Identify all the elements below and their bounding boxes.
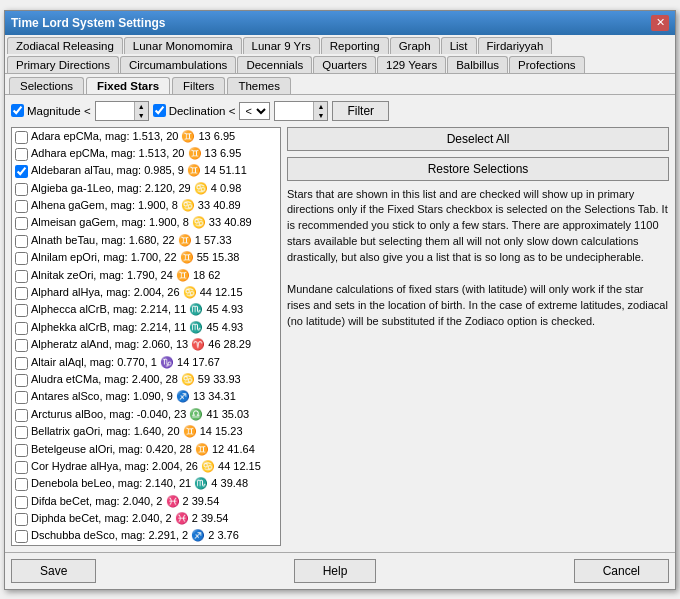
tab-balbillus[interactable]: Balbillus [447, 56, 508, 73]
declination-up-button[interactable]: ▲ [313, 102, 327, 111]
help-button[interactable]: Help [294, 559, 377, 583]
tab-circumambulations[interactable]: Circumambulations [120, 56, 236, 73]
star-label: Cor Hydrae alHya, mag: 2.004, 26 ♋ 44 12… [31, 459, 261, 474]
star-label: Alphard alHya, mag: 2.004, 26 ♋ 44 12.15 [31, 285, 243, 300]
info-text: Stars that are shown in this list and ar… [287, 187, 669, 546]
save-button[interactable]: Save [11, 559, 96, 583]
right-panel: Deselect All Restore Selections Stars th… [287, 127, 669, 546]
star-label: Almeisan gaGem, mag: 1.900, 8 ♋ 33 40.89 [31, 215, 252, 230]
magnitude-input[interactable]: 2.5 [96, 104, 134, 118]
magnitude-up-button[interactable]: ▲ [134, 102, 148, 111]
star-checkbox[interactable] [15, 287, 28, 300]
tab-list[interactable]: List [441, 37, 477, 54]
tab-quarters[interactable]: Quarters [313, 56, 376, 73]
filter-button[interactable]: Filter [332, 101, 389, 121]
magnitude-down-button[interactable]: ▼ [134, 111, 148, 120]
tab-firdariyyah[interactable]: Firdariyyah [478, 37, 553, 54]
star-checkbox[interactable] [15, 270, 28, 283]
declination-checkbox[interactable] [153, 104, 166, 117]
subtab-selections[interactable]: Selections [9, 77, 84, 94]
subtabs-row: Selections Fixed Stars Filters Themes [5, 73, 675, 94]
star-label: Alnilam epOri, mag: 1.700, 22 ♊ 55 15.38 [31, 250, 239, 265]
subtab-fixed-stars[interactable]: Fixed Stars [86, 77, 170, 94]
subtab-filters[interactable]: Filters [172, 77, 225, 94]
star-checkbox[interactable] [15, 235, 28, 248]
star-checkbox[interactable] [15, 461, 28, 474]
list-item: Difda beCet, mag: 2.040, 2 ♓ 2 39.54 [12, 493, 280, 510]
star-checkbox[interactable] [15, 183, 28, 196]
star-checkbox[interactable] [15, 391, 28, 404]
magnitude-checkbox[interactable] [11, 104, 24, 117]
list-item: Algieba ga-1Leo, mag: 2.120, 29 ♋ 4 0.98 [12, 180, 280, 197]
star-checkbox[interactable] [15, 444, 28, 457]
star-checkbox[interactable] [15, 322, 28, 335]
star-label: Alhena gaGem, mag: 1.900, 8 ♋ 33 40.89 [31, 198, 241, 213]
list-item: Almeisan gaGem, mag: 1.900, 8 ♋ 33 40.89 [12, 214, 280, 231]
tabs-row2: Primary Directions Circumambulations Dec… [5, 54, 675, 73]
star-checkbox[interactable] [15, 374, 28, 387]
star-checkbox[interactable] [15, 252, 28, 265]
cancel-button[interactable]: Cancel [574, 559, 669, 583]
list-item: Alnilam epOri, mag: 1.700, 22 ♊ 55 15.38 [12, 249, 280, 266]
star-checkbox[interactable] [15, 148, 28, 161]
list-item: Arcturus alBoo, mag: -0.040, 23 ♎ 41 35.… [12, 406, 280, 423]
list-item: Aludra etCMa, mag: 2.400, 28 ♋ 59 33.93 [12, 371, 280, 388]
declination-select[interactable]: < > [239, 102, 270, 120]
tab-primary-directions[interactable]: Primary Directions [7, 56, 119, 73]
star-label: Bellatrix gaOri, mag: 1.640, 20 ♊ 14 15.… [31, 424, 243, 439]
list-item: Cor Hydrae alHya, mag: 2.004, 26 ♋ 44 12… [12, 458, 280, 475]
star-label: Diphda beCet, mag: 2.040, 2 ♓ 2 39.54 [31, 511, 228, 526]
tabs-row1: Zodiacal Releasing Lunar Monomomira Luna… [5, 35, 675, 54]
star-checkbox[interactable] [15, 165, 28, 178]
star-label: Alnath beTau, mag: 1.680, 22 ♊ 1 57.33 [31, 233, 232, 248]
star-checkbox[interactable] [15, 217, 28, 230]
star-label: Algieba ga-1Leo, mag: 2.120, 29 ♋ 4 0.98 [31, 181, 241, 196]
list-item: Alnath beTau, mag: 1.680, 22 ♊ 1 57.33 [12, 232, 280, 249]
tab-129years[interactable]: 129 Years [377, 56, 446, 73]
star-checkbox[interactable] [15, 513, 28, 526]
list-item: Denebola beLeo, mag: 2.140, 21 ♏ 4 39.48 [12, 475, 280, 492]
star-checkbox[interactable] [15, 496, 28, 509]
star-list[interactable]: Adara epCMa, mag: 1.513, 20 ♊ 13 6.95Adh… [11, 127, 281, 546]
tab-reporting[interactable]: Reporting [321, 37, 389, 54]
list-item: Aldebaran alTau, mag: 0.985, 9 ♊ 14 51.1… [12, 162, 280, 179]
star-label: Alphekka alCrB, mag: 2.214, 11 ♏ 45 4.93 [31, 320, 243, 335]
close-button[interactable]: ✕ [651, 15, 669, 31]
list-item: Alphard alHya, mag: 2.004, 26 ♋ 44 12.15 [12, 284, 280, 301]
magnitude-spinbox[interactable]: 2.5 ▲ ▼ [95, 101, 149, 121]
list-item: Alphekka alCrB, mag: 2.214, 11 ♏ 45 4.93 [12, 319, 280, 336]
title-bar: Time Lord System Settings ✕ [5, 11, 675, 35]
star-checkbox[interactable] [15, 339, 28, 352]
deselect-all-button[interactable]: Deselect All [287, 127, 669, 151]
star-checkbox[interactable] [15, 200, 28, 213]
tab-graph[interactable]: Graph [390, 37, 440, 54]
tab-lunar-9yrs[interactable]: Lunar 9 Yrs [243, 37, 320, 54]
declination-down-button[interactable]: ▼ [313, 111, 327, 120]
tab-lunar-monomomira[interactable]: Lunar Monomomira [124, 37, 242, 54]
list-item: Dschubba deSco, mag: 2.291, 2 ♐ 2 3.76 [12, 527, 280, 544]
filter-bar: Magnitude < 2.5 ▲ ▼ Declination < < > 30… [11, 101, 669, 121]
star-label: Antares alSco, mag: 1.090, 9 ♐ 13 34.31 [31, 389, 236, 404]
list-item: Alphecca alCrB, mag: 2.214, 11 ♏ 45 4.93 [12, 301, 280, 318]
subtab-themes[interactable]: Themes [227, 77, 291, 94]
star-checkbox[interactable] [15, 530, 28, 543]
star-checkbox[interactable] [15, 409, 28, 422]
star-checkbox[interactable] [15, 131, 28, 144]
star-checkbox[interactable] [15, 304, 28, 317]
star-checkbox[interactable] [15, 357, 28, 370]
star-checkbox[interactable] [15, 478, 28, 491]
declination-spinbox[interactable]: 30.0 ▲ ▼ [274, 101, 328, 121]
main-window: Time Lord System Settings ✕ Zodiacal Rel… [4, 10, 676, 590]
tab-zodiacal-releasing[interactable]: Zodiacal Releasing [7, 37, 123, 54]
tab-profections[interactable]: Profections [509, 56, 585, 73]
star-label: Altair alAql, mag: 0.770, 1 ♑ 14 17.67 [31, 355, 220, 370]
star-label: Adara epCMa, mag: 1.513, 20 ♊ 13 6.95 [31, 129, 235, 144]
star-checkbox[interactable] [15, 426, 28, 439]
declination-input[interactable]: 30.0 [275, 104, 313, 118]
window-title: Time Lord System Settings [11, 16, 165, 30]
list-item: Adara epCMa, mag: 1.513, 20 ♊ 13 6.95 [12, 128, 280, 145]
restore-selections-button[interactable]: Restore Selections [287, 157, 669, 181]
tab-decennials[interactable]: Decennials [237, 56, 312, 73]
star-label: Arcturus alBoo, mag: -0.040, 23 ♎ 41 35.… [31, 407, 249, 422]
star-label: Alpheratz alAnd, mag: 2.060, 13 ♈ 46 28.… [31, 337, 251, 352]
